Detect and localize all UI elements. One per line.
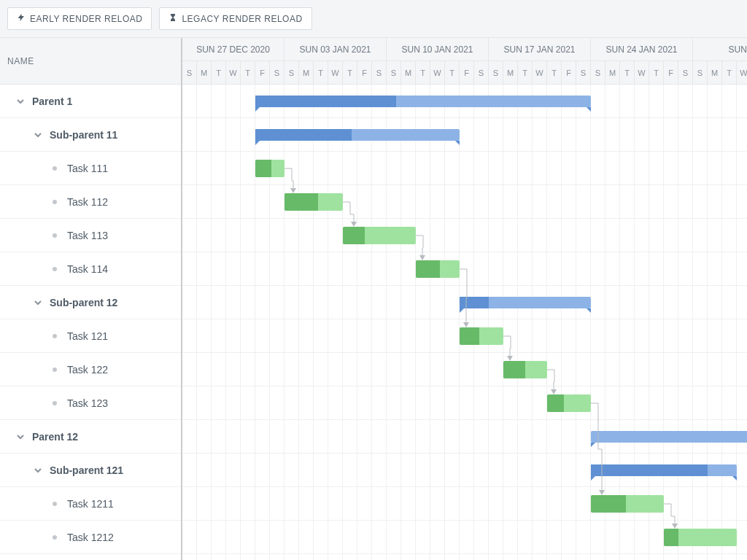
grid-row bbox=[182, 353, 747, 386]
tree-task-row[interactable]: Task 1211 bbox=[0, 487, 181, 521]
day-header-cell: T bbox=[445, 61, 460, 85]
bullet-icon bbox=[53, 267, 57, 271]
day-header-cell: T bbox=[212, 61, 226, 85]
summary-bar[interactable] bbox=[255, 129, 460, 141]
chevron-down-icon[interactable] bbox=[15, 96, 26, 107]
day-header-cell: W bbox=[226, 61, 241, 85]
summary-bar[interactable] bbox=[460, 297, 591, 308]
task-bar[interactable] bbox=[460, 327, 503, 345]
day-header-cell: F bbox=[664, 61, 678, 85]
timeline-body[interactable] bbox=[182, 85, 747, 560]
day-header-cell: S bbox=[285, 61, 299, 85]
week-header-cell: SUN 17 JAN 2021 bbox=[489, 38, 591, 61]
bullet-icon bbox=[53, 200, 57, 204]
tree-task-row[interactable]: Task 122 bbox=[0, 353, 181, 386]
tree-group-row[interactable]: Parent 1 bbox=[0, 85, 181, 118]
tree-group-row[interactable]: Sub-parent 12 bbox=[0, 286, 181, 319]
row-label: Sub-parent 12 bbox=[50, 297, 117, 308]
legacy-render-reload-button[interactable]: LEGACY RENDER RELOAD bbox=[159, 7, 311, 30]
tree-panel: NAME Parent 1Sub-parent 11Task 111Task 1… bbox=[0, 38, 182, 560]
chevron-down-icon[interactable] bbox=[15, 431, 26, 443]
row-label: Parent 12 bbox=[32, 431, 78, 443]
task-bar[interactable] bbox=[416, 260, 460, 278]
day-header-cell: S bbox=[576, 61, 591, 85]
progress-fill bbox=[255, 96, 396, 107]
tree-task-row[interactable]: Task 114 bbox=[0, 252, 181, 286]
progress-fill bbox=[503, 361, 525, 378]
progress-fill bbox=[255, 160, 271, 177]
day-header-cell: T bbox=[416, 61, 430, 85]
week-header-cell: SUN 10 JAN 2021 bbox=[387, 38, 489, 61]
day-header-cell: T bbox=[343, 61, 357, 85]
row-label: Task 113 bbox=[67, 230, 108, 241]
row-label: Task 123 bbox=[67, 397, 108, 409]
progress-fill bbox=[285, 193, 318, 211]
chevron-down-icon[interactable] bbox=[32, 297, 44, 308]
bullet-icon bbox=[53, 401, 57, 405]
week-header-cell: SUN 31 bbox=[693, 38, 747, 61]
task-bar[interactable] bbox=[255, 160, 285, 177]
summary-bar[interactable] bbox=[255, 96, 591, 107]
button-label: EARLY RENDER RELOAD bbox=[30, 14, 142, 24]
day-header-cell: W bbox=[737, 61, 747, 85]
day-header-cell: T bbox=[649, 61, 664, 85]
day-header-cell: W bbox=[430, 61, 445, 85]
tree-task-row[interactable]: Task 123 bbox=[0, 386, 181, 420]
day-header-cell: M bbox=[197, 61, 212, 85]
row-label: Sub-parent 11 bbox=[50, 129, 117, 141]
day-header-cell: S bbox=[678, 61, 693, 85]
row-label: Sub-parent 121 bbox=[50, 464, 123, 476]
tree-task-row[interactable]: Task 1212 bbox=[0, 521, 181, 554]
tree-task-row[interactable]: Task 121 bbox=[0, 319, 181, 353]
day-header-cell: S bbox=[693, 61, 708, 85]
tree-rows: Parent 1Sub-parent 11Task 111Task 112Tas… bbox=[0, 85, 181, 560]
row-label: Task 1211 bbox=[67, 498, 114, 510]
progress-fill bbox=[416, 260, 440, 278]
row-label: Task 121 bbox=[67, 330, 108, 342]
chevron-down-icon[interactable] bbox=[32, 129, 44, 141]
progress-fill bbox=[343, 227, 365, 244]
column-header-name: NAME bbox=[7, 56, 34, 66]
chevron-down-icon[interactable] bbox=[32, 464, 44, 476]
tree-task-row[interactable]: Task 112 bbox=[0, 185, 181, 219]
progress-fill bbox=[547, 394, 564, 412]
grid-row bbox=[182, 219, 747, 252]
task-bar[interactable] bbox=[591, 495, 664, 513]
task-bar[interactable] bbox=[343, 227, 416, 244]
timeline-header: SUN 27 DEC 2020SMTWTFSSUN 03 JAN 2021SMT… bbox=[182, 38, 747, 85]
early-render-reload-button[interactable]: EARLY RENDER RELOAD bbox=[7, 7, 152, 30]
bullet-icon bbox=[53, 535, 57, 540]
lightning-icon bbox=[17, 13, 26, 24]
task-bar[interactable] bbox=[664, 529, 737, 546]
bullet-icon bbox=[53, 502, 57, 506]
row-label: Parent 1 bbox=[32, 96, 72, 107]
task-bar[interactable] bbox=[503, 361, 547, 378]
summary-bar[interactable] bbox=[591, 464, 737, 476]
day-header-cell: T bbox=[518, 61, 533, 85]
day-header-cell: F bbox=[562, 61, 576, 85]
grid-row bbox=[182, 185, 747, 219]
day-header-cell: S bbox=[474, 61, 489, 85]
bullet-icon bbox=[53, 233, 57, 238]
tree-task-row[interactable]: Task 113 bbox=[0, 219, 181, 252]
day-header-cell: T bbox=[620, 61, 635, 85]
day-header-cell: F bbox=[357, 61, 372, 85]
tree-group-row[interactable]: Sub-parent 11 bbox=[0, 118, 181, 152]
day-header-cell: F bbox=[255, 61, 270, 85]
task-bar[interactable] bbox=[547, 394, 591, 412]
day-header-cell: S bbox=[387, 61, 401, 85]
hourglass-icon bbox=[169, 13, 177, 24]
summary-bar[interactable] bbox=[591, 431, 747, 443]
task-bar[interactable] bbox=[285, 193, 343, 211]
tree-task-row[interactable]: Task 111 bbox=[0, 152, 181, 185]
timeline-panel[interactable]: SUN 27 DEC 2020SMTWTFSSUN 03 JAN 2021SMT… bbox=[182, 38, 747, 560]
bullet-icon bbox=[53, 368, 57, 372]
row-label: Task 112 bbox=[67, 196, 108, 208]
day-header-cell: M bbox=[503, 61, 518, 85]
day-header-cell: S bbox=[182, 61, 197, 85]
row-label: Task 114 bbox=[67, 263, 108, 275]
tree-group-row[interactable]: Sub-parent 121 bbox=[0, 454, 181, 487]
week-header-cell: SUN 27 DEC 2020 bbox=[182, 38, 285, 61]
tree-group-row[interactable]: Parent 12 bbox=[0, 420, 181, 454]
day-header-cell: T bbox=[722, 61, 737, 85]
